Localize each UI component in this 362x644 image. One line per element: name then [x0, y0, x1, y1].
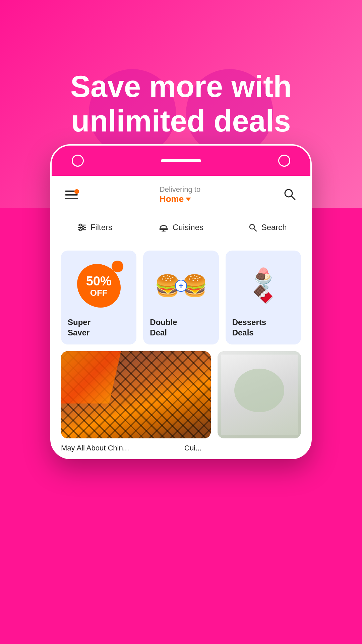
delivery-location: Home [160, 194, 200, 204]
food-label-2: Cui... [184, 444, 301, 452]
chevron-down-icon [186, 198, 191, 201]
desserts-image: 🍨 🍫 [232, 257, 294, 314]
saver-percent: 50% [86, 274, 112, 288]
bowl-food-image [218, 351, 301, 438]
deals-grid: 50% OFF SuperSaver 🍔 + 🍔 [52, 241, 310, 351]
food-photos-row [52, 351, 310, 438]
menu-line-2 [65, 194, 78, 196]
food-photo-main[interactable] [61, 351, 211, 438]
app-header: Delivering to Home [52, 176, 310, 214]
app-screen: Delivering to Home [52, 176, 310, 458]
saver-badge: 50% OFF [77, 264, 121, 308]
cuisines-label: Cuisines [173, 223, 203, 232]
super-saver-image: 50% OFF [68, 257, 130, 314]
cuisines-button[interactable]: Cuisines [138, 214, 225, 241]
double-deal-label: DoubleDeal [150, 317, 212, 338]
double-deal-image: 🍔 + 🍔 [150, 257, 212, 314]
search-filter-label: Search [261, 223, 287, 232]
search-filter-button[interactable]: Search [224, 214, 310, 241]
phone-circle-right [278, 155, 290, 167]
search-filter-icon [248, 223, 257, 232]
bottom-labels-row: May All About Chin... Cui... [52, 438, 310, 458]
hero-title: Save more with unlimited deals [0, 69, 362, 139]
super-saver-card[interactable]: 50% OFF SuperSaver [61, 251, 136, 344]
saver-off: OFF [90, 288, 108, 297]
phone-top-bar [52, 146, 310, 176]
filters-button[interactable]: Filters [52, 214, 138, 241]
cuisines-icon [159, 223, 169, 232]
filter-bar: Filters Cuisines Search [52, 214, 310, 241]
svg-point-3 [79, 224, 81, 226]
filters-icon [77, 223, 86, 232]
phone-mockup: Delivering to Home [50, 144, 312, 459]
svg-point-5 [82, 226, 84, 228]
food-label-1: May All About Chin... [61, 444, 178, 452]
bottom-background [0, 590, 362, 644]
svg-line-1 [291, 196, 295, 200]
super-saver-label: SuperSaver [68, 317, 130, 338]
menu-line-3 [65, 198, 78, 199]
delivering-label: Delivering to [160, 185, 200, 194]
phone-bar [161, 159, 201, 162]
delivery-info[interactable]: Delivering to Home [160, 185, 200, 204]
grilled-food-image [61, 351, 211, 438]
filters-label: Filters [90, 223, 112, 232]
desserts-deals-label: DessertsDeals [232, 317, 294, 338]
double-deal-card[interactable]: 🍔 + 🍔 DoubleDeal [143, 251, 219, 344]
food-photo-small[interactable] [218, 351, 301, 438]
plus-icon: + [175, 280, 187, 292]
menu-notification-dot [74, 189, 79, 194]
svg-point-7 [79, 229, 81, 231]
svg-line-12 [254, 228, 256, 231]
desserts-deals-card[interactable]: 🍨 🍫 DessertsDeals [226, 251, 301, 344]
phone-circle-left [72, 155, 84, 167]
header-search-button[interactable] [282, 187, 297, 203]
search-icon [282, 187, 297, 202]
menu-button[interactable] [65, 191, 78, 199]
